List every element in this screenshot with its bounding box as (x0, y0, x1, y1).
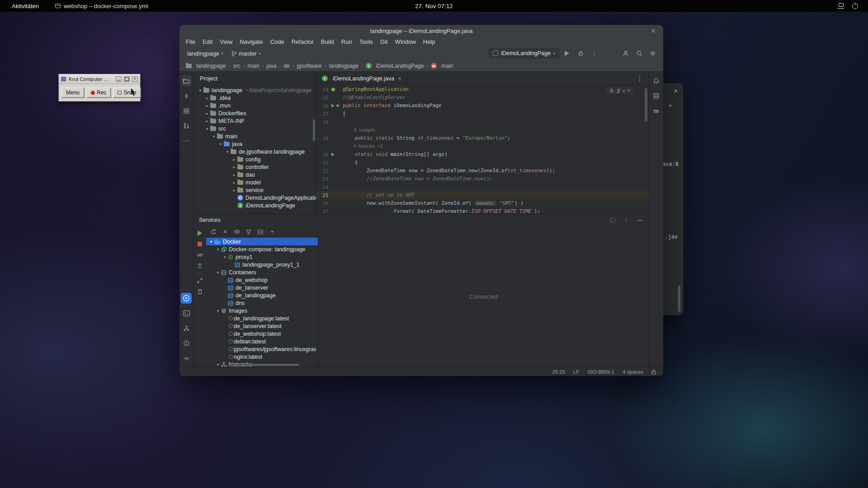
line-number[interactable]: 24 (316, 183, 328, 191)
services-settings-button[interactable] (609, 216, 616, 224)
code-line-26[interactable]: 26 now.withZoneSameInstant( ZoneId.of( z… (316, 199, 649, 207)
services-item-de-webshop-latest[interactable]: de_webshop:latest (206, 330, 318, 338)
project-scrollbar[interactable] (313, 119, 315, 141)
code-line-17[interactable]: 17{ (316, 110, 649, 118)
line-number[interactable]: 25 (316, 191, 328, 199)
network-icon[interactable] (837, 3, 844, 9)
project-item-landingpage[interactable]: ▾landingpage~/IdeaProjects/landingpage (193, 86, 316, 94)
inspections-widget[interactable]: ⚠ 2 ▴ ▾ (606, 87, 633, 94)
close-icon[interactable]: × (647, 25, 659, 37)
app-indicator[interactable]: webshop – docker-compose.yml (55, 3, 148, 9)
chevron-down-icon[interactable]: ▾ (222, 255, 228, 259)
services-item-landingpage-proxy1-1[interactable]: landingpage_proxy1_1 (206, 261, 318, 268)
clock[interactable]: 27. Nov 07:12 (415, 3, 453, 9)
services-horizontal-scrollbar[interactable] (228, 364, 299, 366)
terminal-toolwindow-button[interactable] (181, 308, 192, 319)
code-line-20[interactable]: 20 static void main(String[] args) (316, 150, 649, 159)
project-item-idea[interactable]: ▸.idea (193, 94, 316, 102)
ide-titlebar[interactable]: landingpage – iDemoLandingPage.java × (179, 25, 663, 37)
more-actions-button[interactable]: ⋮ (588, 48, 600, 59)
line-number[interactable]: 26 (316, 199, 328, 207)
line-number[interactable]: 15 (316, 94, 328, 102)
project-item-java[interactable]: ▾java (193, 140, 316, 148)
problems-toolwindow-button[interactable] (181, 338, 192, 348)
add-service-button[interactable]: + (269, 228, 276, 235)
project-item-controller[interactable]: ▸controller (193, 163, 316, 171)
project-item-config[interactable]: ▸config (193, 155, 316, 163)
project-item-mvn[interactable]: ▸.mvn (193, 102, 316, 109)
line-separator[interactable]: LF (573, 369, 579, 375)
menu-code[interactable]: Code (267, 38, 288, 45)
breadcrumb-main[interactable]: main (245, 63, 261, 69)
chevron-right-icon[interactable]: ▸ (231, 173, 237, 177)
chevron-right-icon[interactable]: ▸ (204, 103, 210, 108)
chevron-down-icon[interactable]: ▾ (215, 247, 221, 252)
tab-options-icon[interactable]: ⋮ (631, 74, 649, 83)
chevron-down-icon[interactable]: ▾ (208, 239, 214, 244)
line-number[interactable]: 23 (316, 175, 328, 183)
next-problem-icon[interactable]: ▾ (628, 89, 630, 93)
menu-tools[interactable]: Tools (356, 38, 377, 45)
line-number[interactable]: 18 (316, 118, 328, 126)
refresh-button[interactable] (210, 228, 217, 235)
code-author-hint[interactable]: hoscho +1 (316, 142, 649, 150)
pull-requests-toolwindow-button[interactable] (181, 120, 192, 131)
code-editor[interactable]: 14@SpringBootApplication15//@EnableConfi… (316, 85, 649, 214)
project-item-main[interactable]: ▾main (193, 132, 316, 140)
krut-record-button[interactable]: Rec (86, 88, 111, 98)
impl-gutter-icon[interactable] (336, 105, 340, 107)
debug-button[interactable] (575, 48, 586, 59)
breadcrumb-jgsoftware[interactable]: jgsoftware (295, 63, 324, 69)
project-item-de-jgsoftware-landingpage[interactable]: ▾de.jgsoftware.landingpage (193, 148, 316, 155)
code-line-23[interactable]: 23 //ZonedDateTime now = ZonedDateTime.n… (316, 175, 649, 183)
readonly-toggle[interactable] (651, 369, 656, 375)
line-number[interactable]: 16 (316, 102, 328, 110)
line-number[interactable] (316, 142, 328, 150)
menu-view[interactable]: View (216, 38, 236, 45)
project-item-demolandingpageapplication[interactable]: CDemoLandingPageApplication (193, 194, 316, 202)
maven-toolwindow-button[interactable]: m (651, 105, 662, 116)
services-item-de-landingpage[interactable]: de_landingpage (206, 291, 318, 299)
indent-setting[interactable]: 4 spaces (623, 369, 643, 375)
code-line-24[interactable]: 24 (316, 183, 649, 191)
code-line-18[interactable]: 18 (316, 118, 649, 126)
run-configuration-widget[interactable]: iDemoLandingPage ▾ (489, 48, 559, 59)
services-delete-button[interactable] (196, 288, 203, 295)
settings-button[interactable] (647, 48, 659, 59)
breadcrumb-idemolandingpage[interactable]: IiDemoLandingPage (364, 63, 425, 69)
services-item-containers[interactable]: ▾Containers (206, 268, 318, 276)
krut-menu-button[interactable]: Menu (61, 88, 84, 98)
chevron-right-icon[interactable]: ▸ (204, 111, 210, 116)
line-number[interactable] (316, 126, 328, 134)
tab-close-icon[interactable]: × (398, 75, 401, 82)
services-run-button[interactable] (196, 230, 203, 237)
disconnect-button[interactable]: ✕ (222, 228, 229, 235)
services-item-de-webshop[interactable]: de_webshop (206, 276, 318, 284)
commit-toolwindow-button[interactable] (181, 90, 192, 101)
services-item-de-lanserver-latest[interactable]: de_lanserver:latest (206, 322, 318, 330)
services-item-de-landingpage-latest[interactable]: de_landingpage:latest (206, 314, 318, 322)
code-line-14[interactable]: 14@SpringBootApplication (316, 85, 649, 94)
chevron-down-icon[interactable]: ▾ (211, 134, 217, 139)
filter-button[interactable] (245, 228, 252, 235)
code-line-25[interactable]: 25 // set up to GMT (316, 191, 649, 199)
vcs-branch-widget[interactable]: master ▾ (228, 49, 264, 58)
chevron-right-icon[interactable]: ▸ (231, 180, 237, 185)
breadcrumb-landingpage[interactable]: landingpage (184, 63, 227, 69)
services-expand-button[interactable] (196, 277, 203, 284)
services-item-docker-compose-landingpage[interactable]: ▾Docker-compose: landingpage (206, 245, 318, 253)
project-item-dockerfiles[interactable]: ▸Dockerfiles (193, 109, 316, 117)
line-number[interactable]: 27 (316, 207, 328, 214)
run-gutter-icon[interactable] (331, 104, 335, 108)
code-line-15[interactable]: 15//@EnableConfigServer (316, 94, 649, 102)
project-widget[interactable]: landingpage ▾ (184, 49, 226, 58)
services-options-button[interactable]: ⋮ (623, 216, 630, 224)
search-everywhere-button[interactable] (633, 48, 645, 59)
notifications-button[interactable] (651, 75, 662, 86)
chevron-down-icon[interactable]: ▾ (215, 309, 221, 313)
profile-button[interactable] (620, 48, 632, 59)
services-item-images[interactable]: ▾Images (206, 307, 318, 314)
code-line-27[interactable]: 27 .format( DateTimeFormatter.ISO_OFFSET… (316, 207, 649, 214)
background-window-scrollbar[interactable] (678, 286, 680, 312)
project-panel-header[interactable]: Project (193, 72, 316, 85)
